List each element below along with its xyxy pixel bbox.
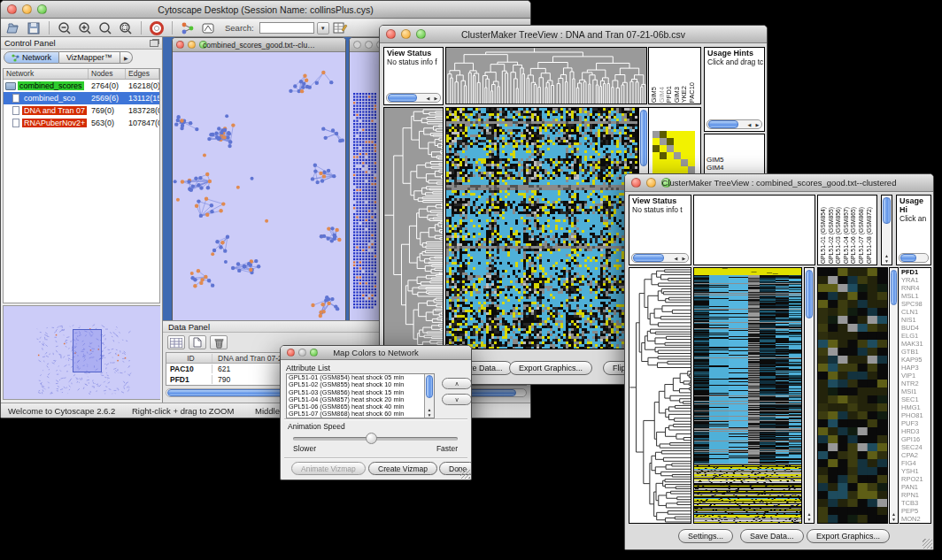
gene-label: MSI1 [900, 387, 930, 395]
scrollbar-thumb[interactable] [891, 270, 897, 305]
gene-label: GIM4 [705, 164, 764, 172]
column-header-edges[interactable]: Edges [126, 69, 159, 79]
row-dendrogram-panel[interactable] [629, 267, 691, 524]
scrollbar-thumb[interactable] [633, 254, 664, 262]
vizmapper-icon[interactable] [199, 20, 217, 35]
treeview1-titlebar[interactable]: ClusterMaker TreeView : DNA and Tran 07-… [380, 26, 767, 43]
network-nodes-icon[interactable] [179, 20, 197, 35]
scroll-down-icon[interactable]: ▼ [892, 517, 896, 522]
float-panel-icon[interactable] [150, 40, 158, 47]
scrollbar-thumb[interactable] [883, 197, 891, 224]
scroll-right-icon[interactable]: ▶ [680, 256, 688, 261]
scrollbar-thumb[interactable] [388, 94, 417, 102]
close-button[interactable] [353, 41, 361, 49]
network-graph-canvas[interactable] [173, 52, 345, 323]
scrollbar-thumb[interactable] [640, 110, 647, 166]
row-dendrogram-canvas[interactable] [384, 108, 443, 349]
new-attribute-icon[interactable] [189, 335, 206, 349]
export-graphics-button[interactable]: Export Graphics... [807, 529, 890, 543]
network-list-row[interactable]: RNAPuberNov2+563(0)107847(0) [4, 117, 159, 129]
treeview2-titlebar[interactable]: ClusterMaker TreeView : combined_scores_… [625, 174, 933, 192]
scrollbar-thumb[interactable] [806, 270, 813, 318]
row-dendrogram-panel[interactable] [383, 107, 444, 349]
scroll-left-icon[interactable]: ◀ [672, 256, 680, 261]
column-dendrogram-panel[interactable] [445, 47, 647, 104]
animation-speed-slider[interactable] [293, 437, 458, 441]
move-down-button[interactable]: ∨ [442, 394, 472, 405]
scroll-right-icon[interactable]: ▶ [432, 96, 440, 101]
help-lifering-icon[interactable] [148, 20, 166, 35]
zoom-fit-icon[interactable] [97, 20, 114, 35]
column-header-nodes[interactable]: Nodes [89, 69, 126, 79]
horizontal-scrollbar[interactable]: ◀ ▶ [386, 93, 441, 103]
zoom-out-icon[interactable] [56, 20, 73, 35]
save-icon[interactable] [25, 20, 42, 35]
scroll-down-icon[interactable]: ▼ [428, 412, 432, 418]
main-titlebar[interactable]: Cytoscape Desktop (Session Name: collins… [1, 1, 530, 19]
horizontal-scrollbar[interactable] [899, 253, 929, 263]
animate-vizmap-button[interactable]: Animate Vizmap [291, 462, 366, 475]
scrollbar-thumb[interactable] [900, 254, 916, 262]
network-overview-panel[interactable] [3, 305, 160, 400]
move-up-button[interactable]: ∧ [442, 378, 472, 389]
dialog-titlebar[interactable]: Map Colors to Network [281, 346, 471, 360]
search-input[interactable] [259, 22, 314, 34]
scroll-right-icon[interactable]: ▶ [753, 122, 761, 127]
vertical-scrollbar[interactable]: ▲▼ [889, 267, 899, 524]
tab-network[interactable]: Network [4, 51, 59, 64]
delete-attribute-icon[interactable] [210, 335, 228, 349]
overview-canvas[interactable] [4, 306, 160, 399]
tab-vizmapper[interactable]: VizMapper™ [59, 51, 120, 64]
divider [284, 418, 467, 419]
scroll-down-icon[interactable]: ▼ [807, 517, 812, 522]
network-name-label: combined_scores [18, 81, 84, 90]
column-dendrogram-canvas[interactable] [446, 48, 646, 104]
settings-button[interactable]: Settings... [678, 529, 733, 543]
column-labels-panel: GPL51-01 (GSM854)GPL51-02 (GSM855)GPL51-… [817, 195, 877, 265]
resize-grip[interactable] [923, 539, 932, 548]
status-middle-hint: Middle- [255, 406, 282, 416]
vertical-scrollbar[interactable]: ▲▼ [881, 195, 892, 265]
usage-hints-title: Usage Hi [897, 196, 930, 214]
heatmap-canvas[interactable] [694, 268, 801, 523]
slider-thumb[interactable] [366, 433, 377, 444]
horizontal-scrollbar[interactable]: ◀ ▶ [631, 253, 689, 263]
scroll-left-icon[interactable]: ◀ [424, 96, 432, 101]
select-attributes-icon[interactable] [167, 335, 185, 349]
resize-grip[interactable] [460, 469, 470, 479]
vertical-scrollbar[interactable]: ▲▼ [804, 267, 815, 524]
scroll-left-icon[interactable]: ◀ [745, 122, 753, 127]
network-list-row[interactable]: combined_sco2569(6)13112(15) [4, 92, 159, 104]
search-dropdown-button[interactable]: ▼ [317, 22, 329, 35]
minimize-button[interactable] [365, 41, 373, 49]
zoom-in-icon[interactable] [76, 20, 94, 35]
create-vizmap-button[interactable]: Create Vizmap [368, 462, 437, 475]
open-folder-icon[interactable] [4, 20, 22, 35]
column-dendrogram-panel[interactable] [693, 195, 815, 265]
column-header-network[interactable]: Network [4, 69, 89, 79]
network-list-row[interactable]: DNA and Tran 07769(0)183728(0) [4, 104, 159, 117]
scrollbar-thumb[interactable] [426, 375, 433, 398]
network-view-window[interactable]: combined_scores_good.txt--cluste... [172, 37, 346, 324]
scroll-down-icon[interactable]: ▼ [884, 258, 889, 264]
heatmap-panel[interactable] [693, 267, 802, 524]
zoom-selected-icon[interactable] [117, 20, 135, 35]
save-data-button[interactable]: Save Data... [740, 529, 804, 543]
tab-overflow-button[interactable]: ▶ [120, 51, 133, 64]
row-dendrogram-canvas[interactable] [629, 268, 691, 523]
tab-vizmapper-label: VizMapper™ [66, 53, 112, 62]
scrollbar-thumb[interactable] [708, 120, 738, 128]
export-graphics-button[interactable]: Export Graphics... [509, 361, 592, 375]
vertical-scrollbar[interactable]: ▲▼ [424, 374, 434, 418]
window-title: Cytoscape Desktop (Session Name: collins… [1, 4, 530, 15]
table-edit-icon[interactable] [332, 20, 350, 35]
column-header-id[interactable]: ID [166, 354, 212, 363]
zoom-heatmap-panel[interactable] [817, 267, 888, 524]
attribute-list-item[interactable]: GPL51-07 (GSM868) heat shock 60 min [287, 410, 434, 418]
horizontal-scrollbar[interactable]: ◀ ▶ [706, 119, 762, 129]
zoom-matrix-canvas[interactable] [652, 131, 695, 173]
heatmap-canvas[interactable] [446, 108, 637, 349]
heatmap-panel[interactable] [445, 107, 638, 349]
zoom-heatmap-canvas[interactable] [818, 268, 887, 523]
network-list-row[interactable]: combined_scores2764(0)16218(0) [4, 80, 159, 92]
